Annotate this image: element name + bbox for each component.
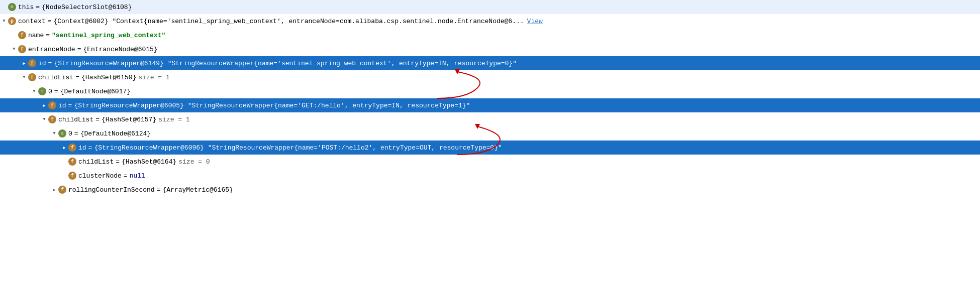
type-badge: f — [68, 172, 76, 180]
type-badge: f — [68, 158, 76, 166]
row-id-2[interactable]: fid = {StringResourceWrapper@6005} "Stri… — [0, 98, 980, 112]
collapse-arrow[interactable] — [0, 17, 8, 25]
equals-sign: = — [54, 88, 58, 95]
equals-sign: = — [77, 46, 81, 53]
field-value: "sentinel_spring_web_context" — [52, 32, 165, 39]
row-childList-1[interactable]: fchildList = {HashSet@6150}size = 1 — [0, 70, 980, 84]
row-id-3[interactable]: fid = {StringResourceWrapper@6096} "Stri… — [0, 140, 980, 155]
equals-sign: = — [68, 102, 72, 109]
field-name: 0 — [48, 88, 52, 95]
debug-tree: ≡this = {NodeSelectorSlot@6108}pcontext … — [0, 0, 980, 197]
row-childList-3[interactable]: fchildList = {HashSet@6164}size = 0 — [0, 155, 980, 169]
type-badge: ≡ — [8, 3, 16, 11]
expand-arrow[interactable] — [40, 101, 48, 109]
type-badge: f — [28, 73, 36, 81]
field-value: {ArrayMetric@6165} — [162, 186, 233, 194]
equals-sign: = — [157, 186, 161, 194]
expand-arrow[interactable] — [50, 186, 58, 194]
equals-sign: = — [124, 172, 128, 180]
field-value: {DefaultNode@6124} — [80, 130, 151, 137]
field-value: {StringResourceWrapper@6096} "StringReso… — [94, 144, 502, 152]
field-name: context — [18, 18, 46, 25]
field-name: id — [78, 144, 86, 152]
collapse-arrow[interactable] — [40, 115, 48, 123]
field-value: {HashSet@6164} — [122, 158, 176, 166]
field-value: {Context@6002} "Context{name='sentinel_s… — [53, 18, 524, 25]
field-name: 0 — [68, 130, 72, 137]
field-value: {HashSet@6150} — [81, 74, 136, 81]
type-badge: ≡ — [38, 87, 46, 95]
row-clusterNode[interactable]: fclusterNode = null — [0, 169, 980, 183]
field-name: id — [58, 102, 66, 109]
expand-arrow[interactable] — [20, 59, 28, 67]
type-badge: f — [68, 144, 76, 152]
equals-sign: = — [48, 18, 52, 25]
collapse-arrow[interactable] — [10, 45, 18, 53]
equals-sign: = — [75, 74, 79, 81]
size-value: size = 1 — [138, 74, 169, 81]
equals-sign: = — [116, 158, 120, 166]
field-name: childList — [58, 116, 93, 123]
row-rollingCounter[interactable]: frollingCounterInSecond = {ArrayMetric@6… — [0, 183, 980, 197]
field-name: rollingCounterInSecond — [68, 186, 155, 194]
field-value: {StringResourceWrapper@6005} "StringReso… — [74, 102, 470, 109]
row-childList-2[interactable]: fchildList = {HashSet@6157}size = 1 — [0, 112, 980, 126]
equals-sign: = — [46, 32, 50, 39]
collapse-arrow[interactable] — [30, 87, 38, 95]
view-link[interactable]: View — [527, 18, 543, 25]
field-name: childList — [78, 158, 114, 166]
row-id-1[interactable]: fid = {StringResourceWrapper@6149} "Stri… — [0, 56, 980, 70]
field-value: {NodeSelectorSlot@6108} — [42, 4, 132, 11]
collapse-arrow[interactable] — [20, 73, 28, 81]
field-value: {StringResourceWrapper@6149} "StringReso… — [54, 60, 517, 67]
field-value: {EntranceNode@6015} — [83, 46, 157, 53]
equals-sign: = — [88, 144, 92, 152]
type-badge: f — [48, 101, 56, 109]
equals-sign: = — [36, 4, 40, 11]
equals-sign: = — [74, 130, 78, 137]
field-name: entranceNode — [28, 46, 75, 53]
type-badge: f — [18, 31, 26, 39]
field-value: {DefaultNode@6017} — [60, 88, 131, 95]
type-badge: f — [28, 59, 36, 67]
type-badge: p — [8, 17, 16, 25]
field-value: null — [130, 172, 145, 180]
row-entranceNode[interactable]: fentranceNode = {EntranceNode@6015} — [0, 42, 980, 56]
field-name: clusterNode — [78, 172, 122, 180]
collapse-arrow[interactable] — [50, 129, 58, 137]
expand-arrow[interactable] — [60, 144, 68, 152]
field-name: this — [18, 4, 34, 11]
field-name: childList — [38, 74, 73, 81]
row-name[interactable]: fname = "sentinel_spring_web_context" — [0, 28, 980, 42]
type-badge: f — [18, 45, 26, 53]
row-0-2[interactable]: ≡0 = {DefaultNode@6124} — [0, 126, 980, 140]
size-value: size = 0 — [178, 158, 210, 166]
type-badge: f — [48, 115, 56, 123]
type-badge: f — [58, 186, 66, 194]
equals-sign: = — [48, 60, 52, 67]
field-name: name — [28, 32, 44, 39]
equals-sign: = — [95, 116, 100, 123]
row-context[interactable]: pcontext = {Context@6002} "Context{name=… — [0, 14, 980, 28]
row-this[interactable]: ≡this = {NodeSelectorSlot@6108} — [0, 0, 980, 14]
size-value: size = 1 — [158, 116, 189, 123]
field-value: {HashSet@6157} — [102, 116, 156, 123]
field-name: id — [38, 60, 46, 67]
type-badge: ≡ — [58, 129, 66, 137]
row-0-1[interactable]: ≡0 = {DefaultNode@6017} — [0, 84, 980, 98]
debug-tree-wrapper: ≡this = {NodeSelectorSlot@6108}pcontext … — [0, 0, 980, 197]
